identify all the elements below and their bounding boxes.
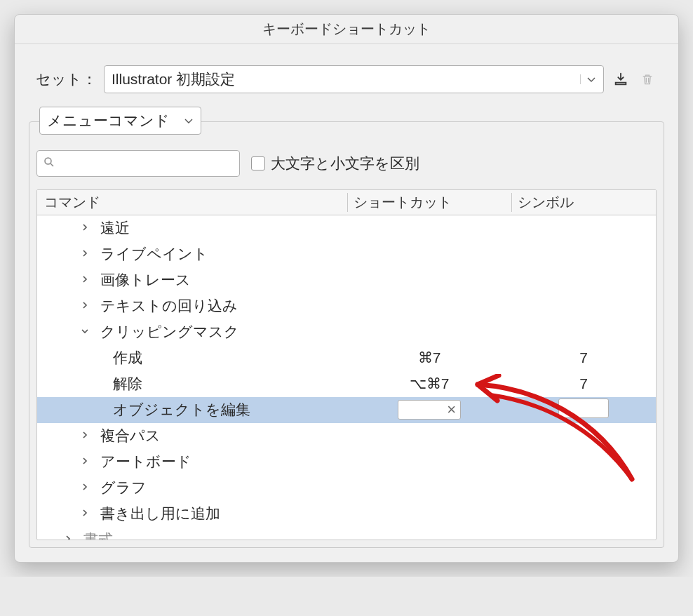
- delete-set-button: [638, 69, 657, 89]
- case-sensitive-option[interactable]: 大文字と小文字を区別: [251, 154, 419, 173]
- table-row[interactable]: 複合パス: [37, 423, 656, 449]
- table-header: コマンド ショートカット シンボル: [37, 190, 656, 215]
- dialog-title: キーボードショートカット: [15, 15, 678, 44]
- row-label: 画像トレース: [100, 270, 191, 290]
- set-value: Illustrator 初期設定: [112, 69, 235, 89]
- row-label: 複合パス: [100, 426, 161, 446]
- search-input[interactable]: [60, 156, 234, 171]
- table-row[interactable]: グラフ: [37, 475, 656, 501]
- svg-point-0: [45, 158, 51, 164]
- table-row[interactable]: 画像トレース: [37, 267, 656, 293]
- commands-fieldset: メニューコマンド 大文字と小文字を区別: [29, 121, 664, 548]
- chevron-right-icon[interactable]: [79, 300, 90, 312]
- shortcut-value: ⌘7: [418, 349, 441, 366]
- row-label: 書式: [83, 530, 113, 540]
- search-row: 大文字と小文字を区別: [36, 150, 657, 177]
- scope-value: メニューコマンド: [47, 111, 170, 130]
- table-body[interactable]: 遠近ライブペイント画像トレーステキストの回り込みクリッピングマスク作成⌘77解除…: [37, 215, 656, 540]
- table-row[interactable]: クリッピングマスク: [37, 319, 656, 345]
- chevron-right-icon[interactable]: [79, 456, 90, 467]
- shortcuts-table: コマンド ショートカット シンボル 遠近ライブペイント画像トレーステキストの回り…: [36, 189, 657, 540]
- chevron-right-icon[interactable]: [79, 274, 90, 286]
- set-label: セット：: [36, 69, 97, 89]
- case-sensitive-label: 大文字と小文字を区別: [271, 154, 419, 173]
- symbol-value: 7: [579, 349, 588, 366]
- row-label: 書き出し用に追加: [100, 504, 220, 523]
- row-label: テキストの回り込み: [100, 296, 238, 316]
- symbol-value: 7: [579, 375, 588, 391]
- col-shortcut[interactable]: ショートカット: [347, 193, 511, 212]
- set-select[interactable]: Illustrator 初期設定: [104, 65, 604, 93]
- chevron-right-icon[interactable]: [79, 248, 90, 260]
- chevron-right-icon[interactable]: [79, 508, 90, 519]
- chevron-down-icon: [580, 74, 596, 84]
- shortcut-input[interactable]: ×: [398, 400, 461, 420]
- row-label: クリッピングマスク: [100, 322, 239, 342]
- shortcut-value: ⌥⌘7: [410, 375, 450, 391]
- search-icon: [43, 155, 55, 172]
- col-symbol[interactable]: シンボル: [511, 193, 656, 212]
- search-input-wrap: [36, 150, 240, 177]
- table-row[interactable]: 作成⌘77: [37, 345, 656, 371]
- chevron-down-icon: [184, 112, 194, 129]
- checkbox-icon: [251, 156, 265, 170]
- row-label: ライブペイント: [100, 244, 208, 264]
- table-row[interactable]: テキストの回り込み: [37, 293, 656, 319]
- save-set-button[interactable]: [611, 69, 631, 89]
- row-label: グラフ: [100, 478, 147, 497]
- row-label: 遠近: [100, 218, 130, 238]
- chevron-right-icon[interactable]: [62, 534, 74, 540]
- chevron-right-icon[interactable]: [79, 222, 90, 234]
- clear-icon[interactable]: ×: [447, 402, 456, 417]
- table-row[interactable]: ライブペイント: [37, 241, 656, 267]
- row-label: オブジェクトを編集: [113, 400, 250, 420]
- dialog-title-text: キーボードショートカット: [262, 20, 431, 39]
- col-command[interactable]: コマンド: [37, 193, 347, 212]
- chevron-right-icon[interactable]: [79, 430, 90, 441]
- keyboard-shortcuts-dialog: キーボードショートカット セット： Illustrator 初期設定 メニューコ…: [14, 14, 679, 563]
- set-row: セット： Illustrator 初期設定: [29, 65, 664, 93]
- table-row[interactable]: オブジェクトを編集×: [37, 397, 656, 423]
- row-label: アートボード: [100, 452, 191, 471]
- chevron-down-icon[interactable]: [79, 326, 90, 337]
- chevron-right-icon[interactable]: [79, 482, 90, 493]
- row-label: 解除: [113, 374, 142, 394]
- table-row[interactable]: 解除⌥⌘77: [37, 371, 656, 397]
- table-row[interactable]: 遠近: [37, 215, 656, 241]
- dialog-content: セット： Illustrator 初期設定 メニューコマンド: [15, 44, 678, 562]
- table-row[interactable]: 書き出し用に追加: [37, 501, 656, 527]
- row-label: 作成: [113, 348, 142, 368]
- table-row[interactable]: 書式: [37, 527, 656, 540]
- scope-select[interactable]: メニューコマンド: [39, 107, 201, 135]
- table-row[interactable]: アートボード: [37, 449, 656, 475]
- symbol-input[interactable]: [558, 399, 609, 418]
